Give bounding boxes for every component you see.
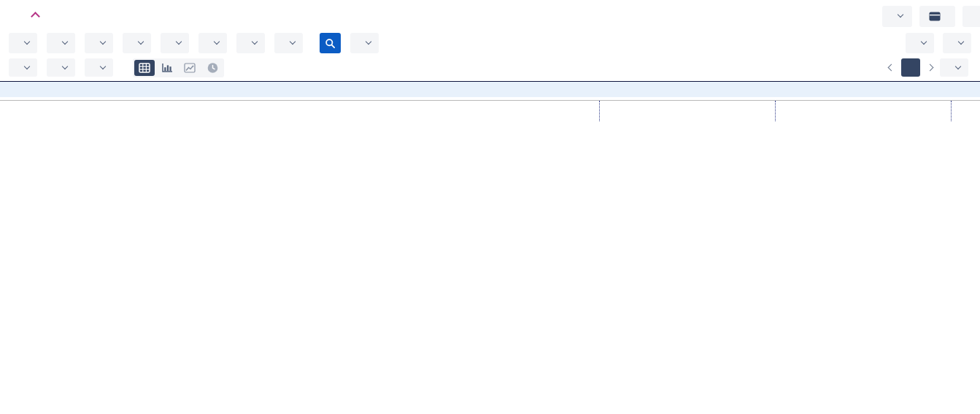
next-page-icon[interactable] — [927, 64, 934, 72]
chevron-down-icon — [100, 63, 106, 69]
group-header-spare — [951, 101, 980, 121]
chevron-down-icon — [252, 39, 258, 45]
previous-page-icon[interactable] — [888, 64, 895, 72]
chevron-down-icon — [955, 63, 961, 69]
topbar — [0, 0, 980, 32]
filter-sprint[interactable] — [47, 33, 75, 53]
pagination — [881, 58, 971, 77]
report-button[interactable] — [9, 58, 37, 77]
save-button[interactable] — [919, 6, 955, 27]
filter-status[interactable] — [198, 33, 227, 53]
filter-created[interactable] — [123, 33, 151, 53]
group-header-blank — [0, 101, 599, 121]
chevron-down-icon — [214, 39, 220, 45]
filter-toolbar — [0, 33, 980, 53]
page-size-select[interactable] — [940, 58, 968, 77]
switch-to-button[interactable] — [962, 6, 980, 27]
line-chart-view-button[interactable] — [180, 60, 200, 76]
chevron-down-icon — [100, 39, 106, 45]
display-assignees-button[interactable] — [85, 58, 113, 77]
time-in-status-table — [0, 100, 980, 121]
chevron-down-icon — [290, 39, 296, 45]
filter-buttons — [9, 33, 303, 53]
report-buttons — [9, 58, 113, 77]
chevron-down-icon — [921, 39, 927, 45]
fields-button[interactable] — [906, 33, 934, 53]
time-reports-app — [0, 0, 980, 414]
table-view-button[interactable] — [134, 60, 155, 76]
chevron-down-icon — [62, 63, 68, 69]
line-chart-icon — [184, 63, 196, 73]
statuses-button[interactable] — [943, 33, 971, 53]
report-toolbar — [0, 58, 980, 77]
bar-chart-icon — [161, 63, 173, 73]
column-filter-buttons — [906, 33, 971, 53]
current-page-button[interactable] — [901, 58, 920, 77]
summary-criteria-button[interactable] — [47, 58, 75, 77]
chevron-down-icon — [176, 39, 182, 45]
topbar-actions — [882, 6, 980, 27]
search-by-button[interactable] — [350, 33, 379, 53]
table-view-icon — [139, 63, 150, 73]
filter-project-a[interactable] — [9, 33, 37, 53]
filter-sort-by-created[interactable] — [274, 33, 303, 53]
chevron-down-icon — [24, 39, 30, 45]
filter-assignee-rahul[interactable] — [236, 33, 265, 53]
group-header-done — [775, 101, 951, 121]
search-button[interactable] — [320, 33, 341, 53]
search-icon — [325, 38, 336, 49]
filter-fix-version[interactable] — [85, 33, 113, 53]
clock-icon — [207, 62, 219, 74]
chevron-down-icon — [24, 63, 30, 69]
chevron-down-icon — [958, 39, 964, 45]
report-title-band — [0, 81, 980, 97]
chevron-down-icon — [62, 39, 68, 45]
time-view-button[interactable] — [202, 60, 223, 76]
view-switcher — [133, 58, 224, 77]
table-group-header-row — [0, 100, 980, 121]
bar-chart-view-button[interactable] — [157, 60, 177, 76]
chevron-down-icon — [898, 12, 903, 18]
filter-issue-type[interactable] — [161, 33, 189, 53]
save-icon — [929, 12, 941, 21]
group-header-todo — [599, 101, 775, 121]
chevron-down-icon — [366, 39, 371, 45]
chevron-down-icon — [138, 39, 144, 45]
more-button[interactable] — [882, 6, 912, 27]
